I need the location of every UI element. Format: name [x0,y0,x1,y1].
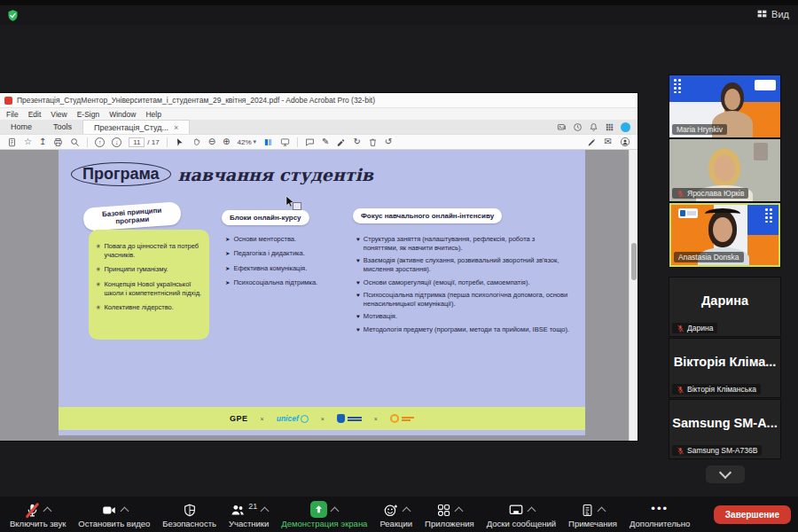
notes-icon [581,503,594,518]
find-icon[interactable] [70,137,80,147]
chevron-up-icon[interactable] [331,506,340,515]
page-view-icon[interactable] [263,137,273,147]
encryption-shield-icon [6,9,20,22]
end-meeting-button[interactable]: Завершение [714,505,791,524]
select-tool-icon[interactable] [175,137,184,147]
pencil-icon[interactable]: ✎ [322,137,329,146]
audio-tile-viktoriia[interactable]: Вікторія Кліма... Вікторія Кліманська [669,339,780,397]
chevron-up-icon[interactable] [43,506,52,515]
tab-close-icon[interactable]: × [174,123,178,132]
slide-title-oval: Програма [71,162,171,186]
video-tile-anastasia-active[interactable]: Anastasia Donska [669,203,780,267]
next-page-icon[interactable]: ↓ [112,137,121,147]
participant-name-tag: Anastasia Donska [674,252,744,262]
tile-options-dots-icon[interactable] [674,79,683,93]
unmute-button[interactable]: Включить звук [4,497,72,532]
acrobat-window-title: Презентація_СтудМентор_Університетам_і_с… [17,96,375,105]
stop-video-button[interactable]: Остановить видео [72,497,156,532]
trash-icon[interactable] [368,137,378,147]
whiteboards-button[interactable]: Доски сообщений [481,497,562,532]
undo-icon[interactable]: ↺ [385,137,392,146]
zoom-out-icon[interactable]: ⊖ [208,137,215,146]
security-button[interactable]: Безопасность [156,497,223,532]
redo-icon[interactable]: ↻ [353,137,360,146]
presentation-icon[interactable] [280,137,290,147]
tab-document[interactable]: Презентація_Студ... × [82,120,190,134]
media-icon[interactable] [557,122,567,132]
menu-help[interactable]: Help [145,110,160,119]
column3-list: ♥Структура заняття (налаштування, рефлек… [356,235,571,338]
page-current[interactable]: 11 [129,137,145,147]
list-item: ✳Принципи гуманізму. [96,265,202,274]
logo-separator: × [321,416,325,422]
apps-button[interactable]: Приложения [419,497,481,532]
column2-heading: Блоки онлайн-курсу [222,210,309,225]
audio-tile-samsung[interactable]: Samsung SM-A... Samsung SM-A736B [669,400,780,458]
heart-bullet-icon: ♥ [356,235,360,253]
page-indicator[interactable]: 11 / 17 [129,137,159,147]
account-avatar[interactable] [621,122,630,132]
view-button[interactable]: Вид [756,8,789,20]
zoom-level-select[interactable]: 42% ▾ [237,138,256,146]
share-screen-button[interactable]: Демонстрация экрана [275,497,373,532]
scroll-participants-down-button[interactable] [706,466,745,483]
background-logo [755,80,776,90]
notes-button[interactable]: Примечания [562,497,623,532]
tab-tools[interactable]: Tools [43,120,82,134]
menu-window[interactable]: Window [109,110,136,119]
more-button[interactable]: ••• Дополнительно [623,497,696,532]
list-item: ✳Повага до цінностей та потреб учасників… [96,242,202,260]
chevron-up-icon[interactable] [527,506,536,515]
participant-display-name: Вікторія Кліма... [669,355,780,369]
menu-view[interactable]: View [51,110,66,119]
tab-document-label: Презентація_Студ... [94,123,168,132]
chevron-down-icon: ▾ [254,138,257,145]
scrollbar-thumb[interactable] [631,243,637,280]
audio-tile-daryna[interactable]: Дарина Дарина [669,278,780,336]
gpe-logo: GPE [230,414,248,423]
heart-bullet-icon: ♥ [356,312,360,321]
previous-page-icon[interactable]: ↑ [95,137,105,147]
profile-icon[interactable] [620,137,630,147]
share-upload-icon[interactable]: ↥ [39,137,46,146]
participants-button[interactable]: 21 Участники [223,497,275,532]
arrow-bullet-icon: ➤ [225,235,230,244]
participants-icon [230,503,246,518]
highlighter-icon[interactable] [336,137,346,147]
video-tile-maria[interactable]: Maria Hrynkiv [669,75,780,137]
meeting-topbar: Вид [0,0,798,25]
history-clock-icon[interactable] [573,122,583,132]
list-item: ♥Психосоціальна підтримка (перша психоло… [356,291,571,309]
fill-sign-pen-icon[interactable] [587,137,597,147]
chevron-up-icon[interactable] [120,506,129,515]
menu-file[interactable]: File [6,110,19,119]
vertical-scrollbar[interactable] [629,150,638,441]
zoom-in-icon[interactable]: ⊕ [223,137,230,146]
apps-grid-icon[interactable] [605,122,614,132]
list-item: ➤Педагогіка і дидактика. [225,249,349,258]
chevron-up-icon[interactable] [598,506,606,515]
reactions-button[interactable]: Реакции [373,497,419,532]
tile-options-dots-icon[interactable] [765,208,774,223]
menu-edit[interactable]: Edit [28,110,42,119]
slide-title: Програма навчання студентів [71,162,373,186]
comment-icon[interactable] [305,137,315,147]
acrobat-toolbar: ☆ ↥ ↑ ↓ 11 / 17 ⊖ ⊕ 42% ▾ ✎ [0,134,638,150]
meeting-controls-bar: Включить звук Остановить видео Безопасно… [0,497,798,532]
toolbar-divider [167,137,168,147]
chevron-up-icon[interactable] [402,506,411,515]
save-file-icon[interactable] [7,137,17,147]
tab-home[interactable]: Home [0,120,43,134]
video-tile-yaroslava[interactable]: Ярослава Юрків [669,139,780,201]
chevron-up-icon[interactable] [455,506,464,515]
star-favorites-icon[interactable]: ☆ [24,137,32,146]
arrow-bullet-icon: ➤ [225,249,230,258]
print-icon[interactable] [53,137,63,147]
send-mail-icon[interactable]: ✉ [605,137,612,146]
hand-tool-icon[interactable] [192,137,201,147]
list-item: ✳Колективне лідерство. [96,303,202,312]
shared-acrobat-window: Презентація_СтудМентор_Університетам_і_с… [0,93,638,441]
chevron-up-icon[interactable] [261,506,270,515]
menu-esign[interactable]: E-Sign [77,110,100,119]
notifications-bell-icon[interactable] [589,122,598,132]
